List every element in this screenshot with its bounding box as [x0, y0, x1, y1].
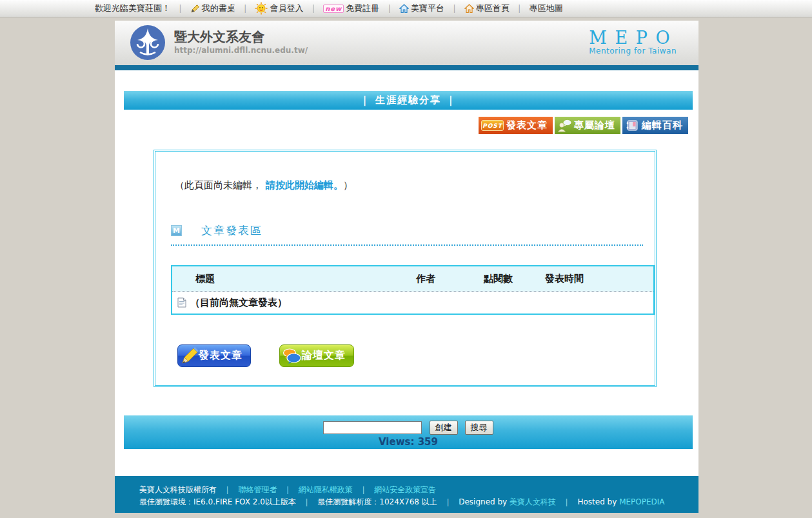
topbar-item-my-desk[interactable]: 我的書桌 — [190, 3, 235, 14]
copyright-text: 美寶人文科技版權所有 — [139, 485, 217, 494]
topbar-item-label: 美寶平台 — [411, 3, 444, 14]
site-url: http://alumni.dfll.ncnu.edu.tw/ — [174, 46, 308, 55]
table-row-empty: （目前尚無文章發表） — [172, 292, 653, 314]
column-header-views: 點閱數 — [484, 273, 545, 285]
home-icon-orange — [464, 4, 474, 14]
edit-wiki-button[interactable]: 編輯百科 — [622, 117, 688, 134]
topbar-item-label: 我的書桌 — [202, 3, 235, 14]
chat-bubbles-icon — [282, 348, 302, 364]
site-header: 暨大外文系友會 http://alumni.dfll.ncnu.edu.tw/ … — [115, 21, 698, 65]
new-badge-icon: new — [323, 5, 344, 13]
empty-message: （目前尚無文章發表） — [190, 297, 287, 309]
separator: ｜ — [515, 3, 524, 14]
page-column: 暨大外文系友會 http://alumni.dfll.ncnu.edu.tw/ … — [115, 21, 698, 513]
start-editing-link[interactable]: 請按此開始編輯。 — [266, 179, 343, 191]
welcome-text: 歡迎光臨美寶莊園！ — [95, 3, 170, 14]
search-create-bar: 創建 搜尋 Views: 359 — [124, 415, 693, 449]
topbar-item-label: 專區首頁 — [476, 3, 510, 14]
article-table: 標題 作者 點閱數 發表時間 （目前尚無文章發表） — [171, 265, 655, 315]
mepo-brand: M E P O Mentoring for Taiwan — [589, 29, 677, 55]
separator: ｜ — [284, 485, 292, 494]
separator: ｜ — [241, 3, 250, 14]
action-button-label: 發表文章 — [506, 119, 548, 132]
separator: ｜ — [309, 3, 317, 14]
footer-line2: 最佳瀏覽環境：IE6.0.FIRE FOX 2.0以上版本 ｜ 最佳瀏覽解析度：… — [139, 496, 698, 508]
footer: 美寶人文科技版權所有 ｜ 聯絡管理者 ｜ 網站隱私權政策 ｜ 網站安全政策宣告 … — [115, 476, 698, 513]
article-table-header: 標題 作者 點閱數 發表時間 — [172, 266, 653, 292]
wiki-book-icon — [625, 119, 639, 132]
topbar-item-label: 免費註冊 — [346, 3, 379, 14]
action-buttons-row: POST 發表文章 專屬論壇 編輯百科 — [115, 117, 698, 134]
security-policy-link[interactable]: 網站安全政策宣告 — [374, 485, 436, 494]
hosted-by-text: Hosted by — [577, 497, 617, 506]
sun-icon — [255, 2, 268, 15]
forum-articles-button[interactable]: 論壇文章 — [279, 344, 354, 367]
home-icon-blue — [399, 4, 409, 14]
write-article-button[interactable]: 發表文章 — [177, 344, 251, 367]
content-box: （此頁面尚未編輯，請按此開始編輯。） M 文章發表區 標題 作者 點閱數 發表時… — [153, 150, 657, 387]
contact-admin-link[interactable]: 聯絡管理者 — [238, 485, 277, 494]
wiki-search-input[interactable] — [323, 421, 422, 434]
separator: ｜ — [176, 3, 184, 14]
post-article-button[interactable]: POST 發表文章 — [479, 117, 553, 134]
page-title: 暨大外文系友會 — [174, 29, 308, 45]
mepo-logo-text: M E P O — [589, 29, 677, 46]
site-logo-icon — [129, 24, 166, 61]
header-divider — [115, 65, 698, 70]
topbar-item-zone-map[interactable]: 專區地圖 — [530, 3, 563, 14]
content-button-label: 論壇文章 — [302, 349, 346, 363]
column-header-time: 發表時間 — [545, 273, 653, 285]
pencil-write-icon — [181, 347, 199, 365]
topbar-item-register[interactable]: new 免費註冊 — [323, 3, 379, 14]
forum-person-icon — [557, 119, 571, 132]
content-button-label: 發表文章 — [199, 349, 243, 363]
separator: ｜ — [385, 3, 393, 14]
topbar-item-label: 專區地圖 — [530, 3, 563, 14]
mepo-tagline: Mentoring for Taiwan — [589, 47, 677, 55]
action-button-label: 編輯百科 — [642, 119, 683, 132]
action-button-label: 專屬論壇 — [574, 119, 615, 132]
notice-suffix: ） — [343, 179, 353, 191]
separator: ｜ — [450, 3, 459, 14]
column-header-title: 標題 — [172, 273, 416, 285]
create-button[interactable]: 創建 — [430, 421, 458, 435]
post-bubble-icon: POST — [481, 120, 504, 131]
content-buttons-row: 發表文章 論壇文章 — [177, 344, 655, 367]
column-header-author: 作者 — [416, 273, 484, 285]
separator: ｜ — [563, 497, 571, 506]
section-title-bar: ｜ 生涯經驗分享 ｜ — [124, 91, 693, 110]
notice-prefix: （此頁面尚未編輯， — [175, 179, 262, 191]
document-icon — [177, 297, 186, 308]
unedited-notice: （此頁面尚未編輯，請按此開始編輯。） — [175, 179, 655, 192]
dedicated-forum-button[interactable]: 專屬論壇 — [555, 117, 620, 134]
designer-link[interactable]: 美寶人文科技 — [510, 497, 556, 506]
views-counter: Views: 359 — [124, 436, 693, 448]
privacy-policy-link[interactable]: 網站隱私權政策 — [299, 485, 353, 494]
article-section-header: M 文章發表區 — [171, 223, 643, 246]
footer-line1: 美寶人文科技版權所有 ｜ 聯絡管理者 ｜ 網站隱私權政策 ｜ 網站安全政策宣告 — [139, 484, 698, 496]
topbar-item-mepo-platform[interactable]: 美寶平台 — [399, 3, 444, 14]
topbar-item-login[interactable]: 會員登入 — [255, 2, 303, 15]
host-link[interactable]: MEPOPEDIA — [619, 497, 664, 506]
resolution-text: 最佳瀏覽解析度：1024X768 以上 — [317, 497, 437, 506]
article-section-title: 文章發表區 — [201, 223, 262, 238]
separator: ｜ — [224, 485, 232, 494]
topbar: 歡迎光臨美寶莊園！ ｜ 我的書桌 ｜ 會員登入 ｜ new 免費註冊 ｜ — [0, 0, 812, 17]
search-button[interactable]: 搜尋 — [465, 421, 493, 435]
topbar-item-zone-home[interactable]: 專區首頁 — [464, 3, 510, 14]
m-marker-icon: M — [171, 225, 182, 236]
browser-env-text: 最佳瀏覽環境：IE6.0.FIRE FOX 2.0以上版本 — [139, 497, 296, 506]
site-title-block: 暨大外文系友會 http://alumni.dfll.ncnu.edu.tw/ — [174, 29, 308, 55]
separator: ｜ — [444, 497, 452, 506]
topbar-item-label: 會員登入 — [270, 3, 303, 14]
pencil-icon — [190, 4, 200, 14]
separator: ｜ — [303, 497, 311, 506]
designed-by-text: Designed by — [459, 497, 507, 506]
separator: ｜ — [360, 485, 368, 494]
